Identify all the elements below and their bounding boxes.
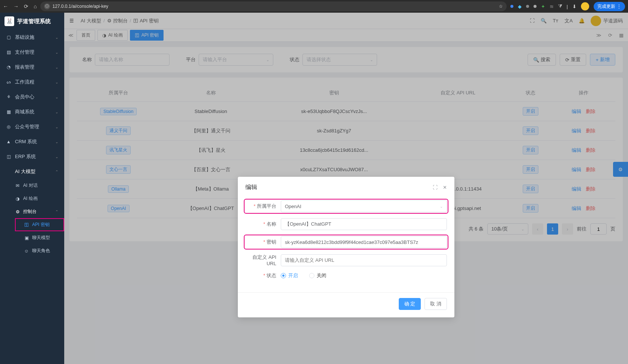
form-name-label: 名称 [245,221,281,228]
extension-icons: ◆ ✦ ≋ ⧩ | ⬇ 完成更新⋮ [510,2,625,11]
site-info-icon[interactable]: ⓘ [44,3,50,9]
extensions-icon[interactable]: ⧩ [558,3,562,9]
sidebar-leaf-item[interactable]: ☺ 聊天角色 [15,244,64,257]
fullscreen-icon[interactable]: ⛶ [433,185,438,190]
modal-title: 编辑 [245,183,257,191]
form-url-input[interactable] [281,254,447,266]
browser-chrome: ← → ⟳ ⌂ ⓘ 127.0.0.1/ai/console/api-key ☆… [0,0,628,13]
sidebar-sub-item[interactable]: ⚙ 控制台 ⌃ [15,205,64,218]
sidebar-item-ai[interactable]: AI 大模型 ⌃ [0,164,64,179]
sidebar-item[interactable]: ◔ 报表管理 ⌄ [0,60,64,75]
sidebar-item[interactable]: ▦ 商城系统 ⌄ [0,104,64,119]
reload-icon[interactable]: ⟳ [24,3,28,9]
form-name-input[interactable] [281,218,447,230]
sidebar-sub-item[interactable]: ✉ AI 对话 [15,179,64,192]
chevron-down-icon: ⌄ [55,125,58,129]
menu-icon: ◔ [6,65,11,70]
chevron-up-icon: ⌃ [55,170,58,174]
menu-icon: ▣ [24,235,29,241]
chevron-down-icon: ⌄ [55,155,58,159]
home-icon[interactable]: ⌂ [34,3,37,9]
menu-icon: ▦ [6,109,11,114]
menu-icon: ◑ [15,196,20,201]
app-logo[interactable]: 🐰 芋道管理系统 [0,13,64,30]
sidebar-item[interactable]: ◎ 公众号管理 ⌄ [0,119,64,134]
divider: | [567,4,568,9]
menu-icon: ▤ [6,50,11,55]
edit-modal: 编辑 ⛶ ✕ 所属平台 OpenAI⌄ 名称 [238,177,454,317]
chevron-down-icon: ⌄ [55,140,58,144]
menu-icon: ▲ [6,139,11,144]
back-icon[interactable]: ← [3,3,8,9]
menu-icon: ⚘ [6,94,11,100]
url-bar[interactable]: ⓘ 127.0.0.1/ai/console/api-key ☆ [40,1,506,11]
form-url-label: 自定义 API URL [245,254,281,266]
sidebar-item[interactable]: ▢ 基础设施 ⌄ [0,30,64,45]
chevron-down-icon: ⌄ [55,110,58,114]
form-platform-label: 所属平台 [245,203,281,210]
menu-icon: ▢ [6,35,11,40]
logo-icon: 🐰 [4,16,14,26]
chevron-down-icon: ⌄ [55,35,58,40]
chevron-down-icon: ⌄ [440,204,443,208]
sidebar-leaf-item[interactable]: ⚿ API 密钥 [15,218,64,231]
update-button[interactable]: 完成更新⋮ [594,2,625,11]
form-platform-select[interactable]: OpenAI⌄ [281,200,447,212]
ext-icon[interactable]: ◆ [518,4,522,9]
app-title: 芋道管理系统 [17,18,51,25]
menu-icon: ᔕ [6,79,11,85]
ext-icon[interactable] [510,5,513,8]
sidebar-sub-item[interactable]: ◑ AI 绘画 [15,192,64,205]
profile-avatar[interactable] [581,2,589,10]
form-key-label: 密钥 [245,239,281,245]
ext-icon[interactable]: ≋ [550,4,554,9]
menu-icon: ⚿ [24,222,29,228]
status-radio-off[interactable]: 关闭 [309,272,326,279]
sidebar: 🐰 芋道管理系统 ▢ 基础设施 ⌄ ▤ 支付管理 ⌄ ◔ 报表管理 ⌄ ᔕ 工作… [0,13,64,364]
confirm-button[interactable]: 确 定 [399,298,421,310]
menu-icon: ☺ [24,248,29,254]
sidebar-item[interactable]: ▤ 支付管理 ⌄ [0,45,64,60]
chevron-up-icon: ⌃ [55,210,58,214]
status-radio-on[interactable]: 开启 [281,272,298,279]
download-icon[interactable]: ⬇ [572,4,576,9]
sidebar-item[interactable]: ◫ ERP 系统 ⌄ [0,149,64,164]
chevron-down-icon: ⌄ [55,50,58,54]
form-status-label: 状态 [245,272,281,279]
modal-overlay[interactable]: 编辑 ⛶ ✕ 所属平台 OpenAI⌄ 名称 [64,13,628,364]
chevron-down-icon: ⌄ [55,80,58,84]
url-text: 127.0.0.1/ai/console/api-key [52,4,108,9]
forward-icon[interactable]: → [13,3,19,9]
menu-icon: ◫ [6,154,11,159]
sidebar-leaf-item[interactable]: ▣ 聊天模型 [15,231,64,244]
chevron-down-icon: ⌄ [55,65,58,69]
menu-icon: ✉ [15,183,20,188]
ext-icon[interactable]: ✦ [541,4,545,9]
menu-icon: ⚙ [15,209,20,214]
cancel-button[interactable]: 取 消 [425,298,447,310]
menu-icon: ◎ [6,124,11,129]
chevron-down-icon: ⌄ [55,95,58,99]
ext-icon[interactable] [534,5,537,8]
ext-icon[interactable] [526,5,529,8]
close-icon[interactable]: ✕ [443,185,447,190]
form-key-input[interactable] [281,236,447,248]
sidebar-item[interactable]: ⚘ 会员中心 ⌄ [0,90,64,104]
sidebar-item[interactable]: ▲ CRM 系统 ⌄ [0,134,64,149]
star-icon[interactable]: ☆ [499,4,503,9]
sidebar-item[interactable]: ᔕ 工作流程 ⌄ [0,75,64,90]
main-panel: ☰ AI 大模型/⚙控制台/⚿API 密钥 ⛶ 🔍 Tᴛ 文A 🔔 芋道源码 ≪… [64,13,628,364]
